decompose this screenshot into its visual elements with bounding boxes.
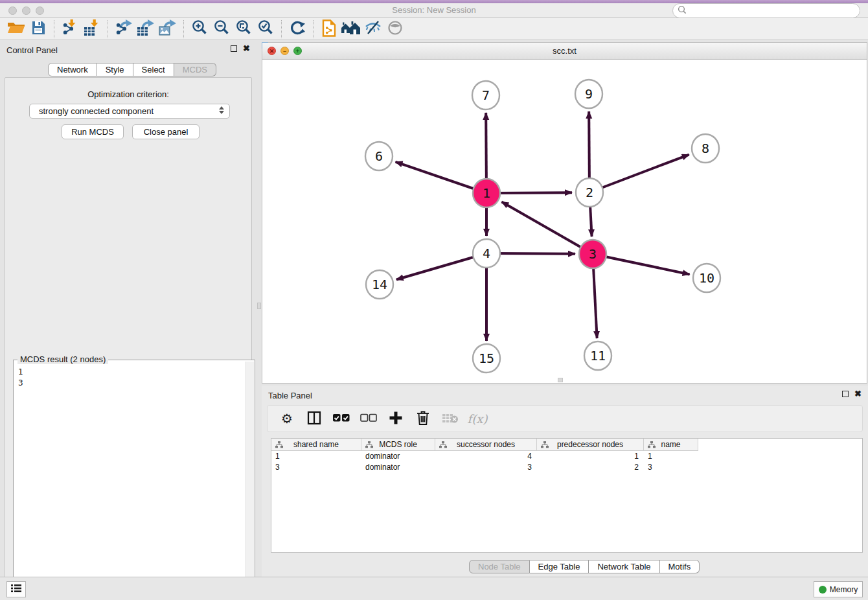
svg-text:3: 3	[589, 246, 597, 262]
tab-motifs[interactable]: Motifs	[660, 560, 700, 573]
network-canvas[interactable]: 7968124314101511	[262, 60, 867, 383]
table-cell[interactable]: 1	[537, 451, 644, 462]
run-mcds-button[interactable]: Run MCDS	[62, 124, 124, 139]
graph-node-14[interactable]: 14	[366, 270, 393, 299]
table-cell[interactable]: 4	[435, 451, 537, 462]
mcds-result-scrollbar[interactable]	[246, 362, 254, 600]
split-view-button[interactable]	[305, 410, 323, 428]
graph-node-15[interactable]: 15	[473, 344, 500, 373]
graph-node-11[interactable]: 11	[584, 341, 611, 370]
hide-selected-button[interactable]	[362, 19, 384, 39]
graph-node-4[interactable]: 4	[473, 239, 500, 268]
control-panel-header: Control Panel ✖	[0, 40, 257, 60]
tab-network-table[interactable]: Network Table	[589, 560, 659, 573]
panel-splitter[interactable]	[257, 40, 262, 577]
close-panel-icon[interactable]: ✖	[243, 45, 250, 52]
float-panel-icon[interactable]	[231, 45, 237, 52]
mcds-result-line: 1	[18, 367, 246, 378]
table-panel-title: Table Panel	[268, 391, 312, 400]
select-all-button[interactable]	[332, 410, 350, 428]
table-cell[interactable]: 3	[271, 462, 361, 473]
first-neighbors-button[interactable]	[340, 19, 362, 39]
graph-edge-3-10[interactable]	[593, 254, 690, 274]
svg-text:10: 10	[699, 270, 714, 286]
open-session-icon	[7, 20, 25, 38]
add-column-button[interactable]	[387, 410, 405, 428]
graph-node-1[interactable]: 1	[473, 179, 500, 207]
table-tabs: Node TableEdge TableNetwork TableMotifs	[469, 560, 700, 573]
table-cell[interactable]: 1	[644, 451, 698, 462]
graph-node-3[interactable]: 3	[579, 240, 606, 268]
graph-edge-3-1[interactable]	[501, 202, 593, 254]
search-input[interactable]	[689, 6, 851, 16]
table-cell[interactable]: 3	[435, 462, 537, 473]
task-history-button[interactable]	[6, 581, 26, 597]
tab-select[interactable]: Select	[133, 63, 174, 76]
graph-node-9[interactable]: 9	[575, 80, 602, 108]
deselect-all-button[interactable]	[360, 410, 378, 428]
export-table-button[interactable]	[135, 19, 157, 39]
show-all-button[interactable]	[384, 19, 406, 39]
table-cell[interactable]: dominator	[361, 462, 435, 473]
export-network-button[interactable]	[113, 19, 135, 39]
memory-button[interactable]: Memory	[814, 581, 863, 597]
close-table-panel-icon[interactable]: ✖	[854, 391, 862, 397]
network-window[interactable]: ✕ – + scc.txt 7968124314101511	[262, 42, 867, 384]
graph-node-10[interactable]: 10	[693, 264, 720, 292]
column-header-successor-nodes[interactable]: successor nodes	[435, 439, 537, 451]
criterion-dropdown[interactable]: strongly connected component	[29, 104, 230, 119]
table-row[interactable]: 3dominator323	[271, 462, 698, 473]
export-image-button[interactable]	[157, 19, 179, 39]
apply-layout-button[interactable]	[286, 19, 308, 39]
column-header-shared-name[interactable]: shared name	[271, 439, 361, 451]
frame-resize-grip[interactable]	[558, 378, 563, 382]
zoom-out-button[interactable]	[211, 19, 233, 39]
open-session-button[interactable]	[5, 19, 27, 39]
svg-text:11: 11	[590, 348, 606, 363]
graph-node-8[interactable]: 8	[692, 134, 719, 163]
import-table-button[interactable]	[81, 19, 103, 39]
tab-mcds[interactable]: MCDS	[174, 63, 216, 76]
toolbar-separator	[183, 20, 184, 38]
zoom-in-button[interactable]	[188, 19, 211, 39]
table-cell[interactable]: dominator	[361, 451, 435, 462]
export-image-icon	[159, 19, 177, 38]
import-table-icon	[84, 19, 100, 38]
table-cell[interactable]: 2	[537, 462, 644, 473]
float-table-panel-icon[interactable]	[842, 391, 849, 397]
column-type-icon	[275, 441, 283, 450]
close-panel-button[interactable]: Close panel	[132, 124, 200, 139]
import-network-button[interactable]	[59, 19, 81, 39]
graph-node-2[interactable]: 2	[576, 178, 603, 207]
mcds-result-groupbox: MCDS result (2 nodes) 13	[13, 360, 255, 600]
tab-edge-table[interactable]: Edge Table	[530, 560, 589, 573]
tab-node-table[interactable]: Node Table	[469, 560, 530, 573]
tab-style[interactable]: Style	[97, 63, 133, 76]
tab-network[interactable]: Network	[48, 63, 97, 76]
table-cell[interactable]: 1	[271, 451, 361, 462]
delete-column-button[interactable]	[414, 410, 432, 428]
graph-node-7[interactable]: 7	[472, 81, 499, 110]
table-cell[interactable]: 3	[644, 462, 698, 473]
network-window-titlebar[interactable]: ✕ – + scc.txt	[262, 43, 867, 60]
graph-node-6[interactable]: 6	[365, 142, 393, 170]
column-header-predecessor-nodes[interactable]: predecessor nodes	[537, 439, 644, 451]
delete-table-icon	[442, 412, 459, 426]
table-row[interactable]: 1dominator411	[271, 451, 698, 462]
network-graph[interactable]: 7968124314101511	[262, 60, 867, 383]
graph-edge-2-8[interactable]	[589, 155, 689, 192]
search-field[interactable]	[672, 3, 860, 18]
table-options-button[interactable]: ⚙	[278, 410, 296, 428]
deselect-all-icon	[360, 413, 377, 424]
column-header-name[interactable]: name	[644, 439, 698, 451]
mcds-result-title: MCDS result (2 nodes)	[17, 354, 108, 364]
zoom-fit-button[interactable]	[233, 19, 255, 39]
criterion-label: Optimization criterion:	[5, 89, 251, 99]
new-network-button[interactable]	[318, 19, 340, 39]
column-header-MCDS-role[interactable]: MCDS role	[361, 439, 435, 451]
splitter-grip[interactable]	[257, 303, 261, 309]
zoom-selected-button[interactable]	[255, 19, 277, 39]
save-session-button[interactable]	[27, 19, 49, 39]
node-table[interactable]: shared nameMCDS rolesuccessor nodesprede…	[271, 438, 863, 553]
mcds-result-text[interactable]: 13	[14, 364, 246, 600]
